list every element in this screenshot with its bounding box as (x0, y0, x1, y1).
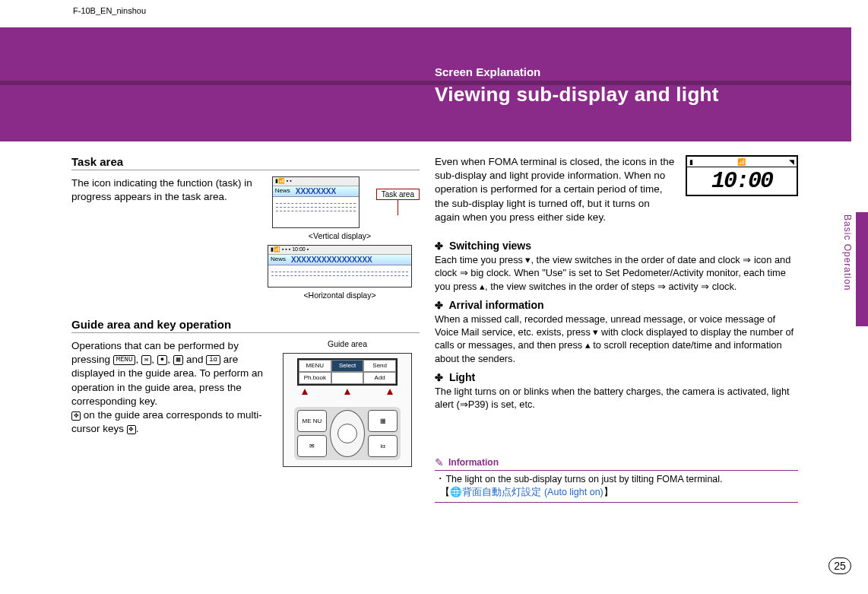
center-key-icon: ● (157, 355, 167, 365)
softkey-menu: MENU (299, 360, 331, 372)
subdisplay-figure: ▮ 📶 ◥ 10:00 (686, 155, 798, 196)
callout-arrow-icon (302, 389, 308, 395)
left-band (0, 27, 426, 141)
clover-icon: ✤ (435, 372, 443, 383)
guide-lcd: MENU Select Send Ph.book Add (297, 358, 398, 386)
globe-icon: 🌐 (450, 487, 462, 497)
softkey-phbook: Ph.book (299, 372, 331, 384)
keypad-menu-button: ME NU (297, 410, 327, 432)
page-container: Task area The icon indicating the functi… (0, 27, 868, 575)
menu-key-icon: MENU (113, 355, 136, 365)
right-column: Screen Explanation Viewing sub-display a… (426, 27, 851, 575)
task-area-block: The icon indicating the function (task) … (71, 176, 420, 304)
subdisplay-time: 10:00 (687, 167, 797, 195)
information-label: Information (448, 457, 499, 468)
softkey-blank (331, 372, 364, 384)
dpad-cross-icon: ✥ (71, 411, 81, 421)
guide-area-block: Operations that can be performed by pres… (71, 339, 420, 467)
left-column: Task area The icon indicating the functi… (0, 27, 426, 575)
light-heading: ✤ Light (435, 371, 798, 383)
vertical-display-figure: ▮📶 ▪ ▪ NewsXXXXXXXX (272, 176, 360, 228)
subdisplay-block: Even when FOMA terminal is closed, the i… (435, 155, 798, 233)
guide-area-figure-wrap: Guide area MENU Select Send Ph.book Add (275, 339, 420, 467)
task-area-heading: Task area (71, 155, 420, 170)
vertical-caption: <Vertical display> (260, 231, 420, 240)
keypad-figure: ME NU ▦ ✉ iα (294, 407, 401, 460)
softkey-send: Send (363, 360, 396, 372)
guide-area-figure: MENU Select Send Ph.book Add (283, 353, 412, 467)
switching-views-heading: ✤ Switching views (435, 240, 798, 252)
keypad-grid-button: ▦ (368, 410, 398, 432)
ialpha-key-icon: iα (206, 355, 220, 365)
switching-views-body: Each time you press ▾, the view switches… (435, 253, 798, 293)
band-subtitle: Screen Explanation (435, 65, 719, 78)
arrival-info-heading: ✤ Arrival information (435, 299, 798, 311)
task-area-figures: ▮📶 ▪ ▪ NewsXXXXXXXX Task area <Vertical … (260, 176, 420, 304)
battery-icon: ▮ (689, 158, 693, 166)
guide-area-heading: Guide area and key operation (71, 318, 420, 333)
band-text: Screen Explanation Viewing sub-display a… (435, 65, 719, 106)
band-title: Viewing sub-display and light (435, 83, 719, 106)
multi-cursor-icon: ✥ (127, 425, 136, 434)
grid-key-icon: ▦ (173, 355, 183, 365)
keypad-dpad (330, 410, 366, 457)
signal-icon: 📶 (737, 158, 746, 166)
information-box: ✎ Information ･ The light on the sub-dis… (435, 456, 798, 503)
clover-icon: ✤ (435, 240, 443, 252)
subdisplay-intro: Even when FOMA terminal is closed, the i… (435, 155, 675, 224)
guide-area-body: Operations that can be performed by pres… (71, 339, 268, 458)
information-body: ･ The light on the sub-display turns on … (435, 470, 798, 503)
pencil-icon: ✎ (435, 456, 444, 469)
document-id: F-10B_EN_ninshou (73, 6, 146, 15)
softkey-add: Add (363, 372, 396, 384)
horizontal-display-figure: ▮📶 ▪ ▪ ▪ 10:00 ▪ NewsXXXXXXXXXXXXXXXX (268, 245, 412, 287)
task-area-body: The icon indicating the function (task) … (71, 176, 252, 295)
keypad-mail-button: ✉ (297, 435, 327, 457)
guide-area-caption: Guide area (275, 339, 420, 348)
clover-icon: ✤ (435, 300, 443, 311)
mail-key-icon: ✉ (141, 355, 151, 365)
right-band: Screen Explanation Viewing sub-display a… (426, 27, 851, 141)
callout-arrow-icon (387, 389, 393, 395)
softkey-select: Select (331, 360, 364, 372)
light-body: The light turns on or blinks when the ba… (435, 385, 798, 411)
arrival-info-body: When a missed call, recorded message, un… (435, 313, 798, 365)
keypad-ialpha-button: iα (368, 435, 398, 457)
mail-indicator-icon: ◥ (789, 158, 794, 166)
task-area-callout: Task area (376, 189, 420, 200)
horizontal-caption: <Horizontal display> (260, 291, 420, 300)
callout-arrow-icon (344, 389, 350, 395)
